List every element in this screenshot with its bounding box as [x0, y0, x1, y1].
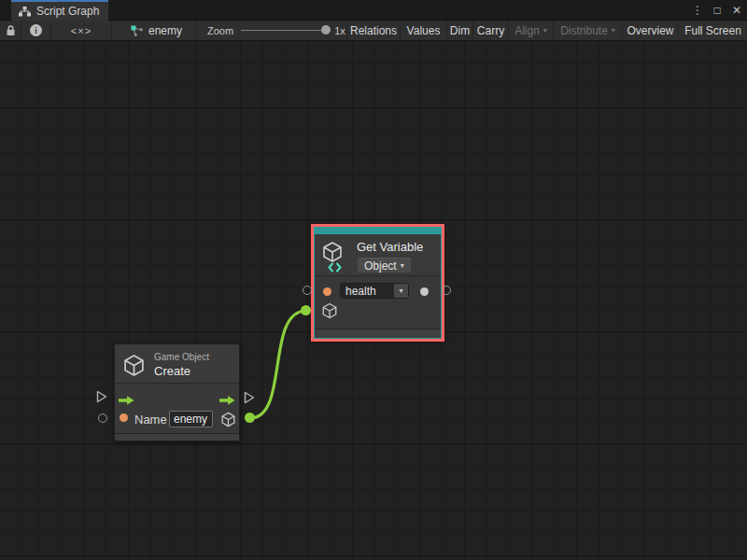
get-variable-right-port[interactable] [442, 286, 451, 295]
game-object-cube-icon [122, 353, 146, 383]
info-button[interactable]: i [21, 21, 51, 40]
graph-toolbar: i <×> enemy Zoom 1x Relations Values Dim… [0, 21, 747, 41]
tab-title: Script Graph [36, 5, 99, 18]
full-screen-button[interactable]: Full Screen [679, 21, 747, 40]
code-icon: <×> [71, 25, 92, 36]
variable-kind-dropdown[interactable]: Object ▾ [357, 258, 412, 273]
variable-accent-bar [315, 228, 441, 234]
object-input-connection-dot[interactable] [301, 305, 311, 315]
distribute-label: Distribute [560, 24, 608, 37]
code-preview-button[interactable]: <×> [51, 21, 112, 40]
chevron-down-icon: ▾ [543, 27, 547, 35]
name-input-port[interactable] [120, 413, 128, 422]
create-header: Game Object Create [115, 344, 239, 384]
flow-output-arrow-icon[interactable] [219, 392, 235, 409]
game-object-output-connection-dot[interactable] [245, 413, 255, 423]
variable-kind-label: Object [364, 259, 397, 273]
align-label: Align [514, 24, 540, 37]
chevron-down-icon: ▾ [399, 287, 402, 295]
chevron-down-icon: ▾ [401, 262, 404, 270]
node-get-variable[interactable]: Get Variable Object ▾ ▾ [314, 227, 442, 339]
node-create-game-object[interactable]: Game Object Create Name [114, 343, 240, 441]
graph-breadcrumb[interactable]: enemy [112, 21, 196, 40]
variable-name-input[interactable] [341, 284, 393, 298]
carry-label: Carry [477, 24, 504, 37]
flow-input-arrow-icon[interactable] [119, 392, 134, 409]
maximize-icon[interactable]: □ [711, 0, 724, 21]
flow-input-port[interactable] [96, 390, 107, 407]
dim-label: Dim [450, 24, 470, 37]
relations-button[interactable]: Relations [347, 21, 401, 40]
lock-button[interactable] [0, 21, 21, 40]
zoom-value: 1x [334, 25, 345, 36]
tab-bar: Script Graph ⋮ □ ✕ [0, 0, 747, 21]
flow-output-port[interactable] [244, 391, 255, 408]
name-input[interactable] [169, 411, 213, 427]
variable-cube-icon [321, 238, 349, 273]
value-output-port[interactable] [420, 287, 429, 296]
node-title: Get Variable [357, 240, 423, 255]
overview-label: Overview [627, 24, 673, 37]
align-button[interactable]: Align ▾ [509, 21, 554, 40]
get-variable-footer [315, 329, 441, 338]
full-screen-label: Full Screen [684, 24, 741, 37]
info-icon: i [30, 24, 42, 36]
overview-button[interactable]: Overview [623, 21, 679, 40]
name-label: Name [134, 413, 167, 427]
distribute-button[interactable]: Distribute ▾ [554, 21, 623, 40]
relations-label: Relations [350, 24, 397, 37]
code-chevrons-icon [328, 262, 342, 273]
graph-canvas[interactable]: Get Variable Object ▾ ▾ [0, 41, 747, 560]
get-variable-left-port[interactable] [303, 286, 312, 295]
variable-name-field: ▾ [340, 283, 409, 299]
zoom-control: Zoom 1x [196, 21, 347, 40]
lock-icon [6, 24, 16, 36]
zoom-label: Zoom [207, 25, 233, 36]
chevron-down-icon: ▾ [612, 27, 615, 35]
window-menu-icon[interactable]: ⋮ [691, 0, 704, 21]
variable-name-dropdown[interactable]: ▾ [393, 284, 408, 298]
zoom-slider[interactable] [241, 30, 327, 31]
game-object-output-cube-icon[interactable] [220, 412, 236, 431]
carry-button[interactable]: Carry [473, 21, 509, 40]
breadcrumb-graph-name: enemy [148, 24, 182, 37]
tab-script-graph[interactable]: Script Graph [11, 0, 108, 21]
create-left-value-port[interactable] [98, 413, 107, 423]
dim-button[interactable]: Dim [447, 21, 473, 40]
get-variable-body: ▾ [315, 276, 441, 329]
node-title: Create [154, 364, 209, 378]
window-controls: ⋮ □ ✕ [691, 0, 743, 21]
values-button[interactable]: Values [401, 21, 447, 40]
object-input-cube-icon[interactable] [321, 302, 338, 323]
graph-node-icon [131, 25, 143, 36]
get-variable-header: Get Variable Object ▾ [315, 234, 441, 276]
node-subtitle: Game Object [154, 352, 209, 362]
close-icon[interactable]: ✕ [730, 0, 743, 21]
script-graph-icon [19, 7, 31, 17]
create-body: Name [115, 384, 239, 433]
create-footer [115, 433, 239, 441]
variable-name-input-port[interactable] [323, 287, 331, 296]
values-label: Values [407, 24, 441, 37]
zoom-slider-handle[interactable] [321, 25, 331, 35]
